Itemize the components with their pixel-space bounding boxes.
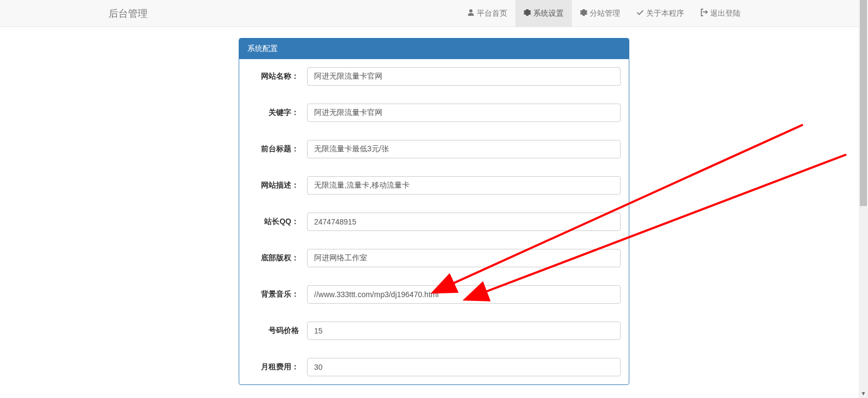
- input-bg-music[interactable]: [307, 285, 621, 304]
- row-copyright: 底部版权：: [247, 249, 621, 267]
- config-panel: 系统配置 网站名称： 关键字： 前台标题： 网站描述： 站长QQ：: [239, 38, 629, 385]
- top-navbar: 后台管理 平台首页 系统设置 分站管理 关于本程序: [0, 0, 868, 27]
- input-copyright[interactable]: [307, 249, 621, 267]
- row-bg-music: 背景音乐：: [247, 285, 621, 304]
- input-keywords[interactable]: [307, 104, 621, 122]
- label-monthly-fee: 月租费用：: [247, 362, 307, 372]
- input-description[interactable]: [307, 176, 621, 195]
- input-front-title[interactable]: [307, 140, 621, 158]
- nav-about[interactable]: 关于本程序: [628, 0, 692, 27]
- content-area: 系统配置 网站名称： 关键字： 前台标题： 网站描述： 站长QQ：: [0, 27, 868, 385]
- scrollbar-thumb[interactable]: [860, 0, 867, 206]
- nav-about-label: 关于本程序: [646, 9, 684, 18]
- row-site-name: 网站名称：: [247, 67, 621, 86]
- row-keywords: 关键字：: [247, 104, 621, 122]
- label-bg-music: 背景音乐：: [247, 290, 307, 299]
- input-monthly-fee[interactable]: [307, 358, 621, 376]
- nav-logout-label: 退出登陆: [710, 9, 741, 18]
- panel-title: 系统配置: [239, 38, 629, 59]
- input-number-price[interactable]: [307, 322, 621, 340]
- row-description: 网站描述：: [247, 176, 621, 195]
- input-site-name[interactable]: [307, 67, 621, 86]
- check-icon: [636, 9, 644, 18]
- gear-icon: [524, 9, 531, 18]
- nav-branch[interactable]: 分站管理: [572, 0, 628, 27]
- row-qq: 站长QQ：: [247, 213, 621, 231]
- input-qq[interactable]: [307, 213, 621, 231]
- nav-home-label: 平台首页: [477, 9, 507, 18]
- row-monthly-fee: 月租费用：: [247, 358, 621, 376]
- gear-icon: [580, 9, 588, 18]
- label-copyright: 底部版权：: [247, 253, 307, 263]
- nav-branch-label: 分站管理: [590, 9, 620, 18]
- row-front-title: 前台标题：: [247, 140, 621, 158]
- label-front-title: 前台标题：: [247, 144, 307, 154]
- nav-logout[interactable]: 退出登陆: [692, 0, 749, 27]
- scrollbar-vertical[interactable]: ▲ ▼: [859, 0, 868, 385]
- user-icon: [467, 9, 475, 18]
- row-number-price: 号码价格: [247, 322, 621, 340]
- nav-home[interactable]: 平台首页: [459, 0, 515, 27]
- label-site-name: 网站名称：: [247, 72, 307, 81]
- label-qq: 站长QQ：: [247, 217, 307, 227]
- brand-title: 后台管理: [11, 7, 148, 20]
- logout-icon: [700, 9, 708, 18]
- label-description: 网站描述：: [247, 181, 307, 190]
- label-keywords: 关键字：: [247, 108, 307, 118]
- nav-settings-label: 系统设置: [533, 9, 564, 18]
- panel-body: 网站名称： 关键字： 前台标题： 网站描述： 站长QQ： 底部版权：: [239, 59, 629, 384]
- nav-menu: 平台首页 系统设置 分站管理 关于本程序 退出登陆: [459, 0, 857, 27]
- nav-settings[interactable]: 系统设置: [515, 0, 572, 27]
- label-number-price: 号码价格: [247, 326, 307, 336]
